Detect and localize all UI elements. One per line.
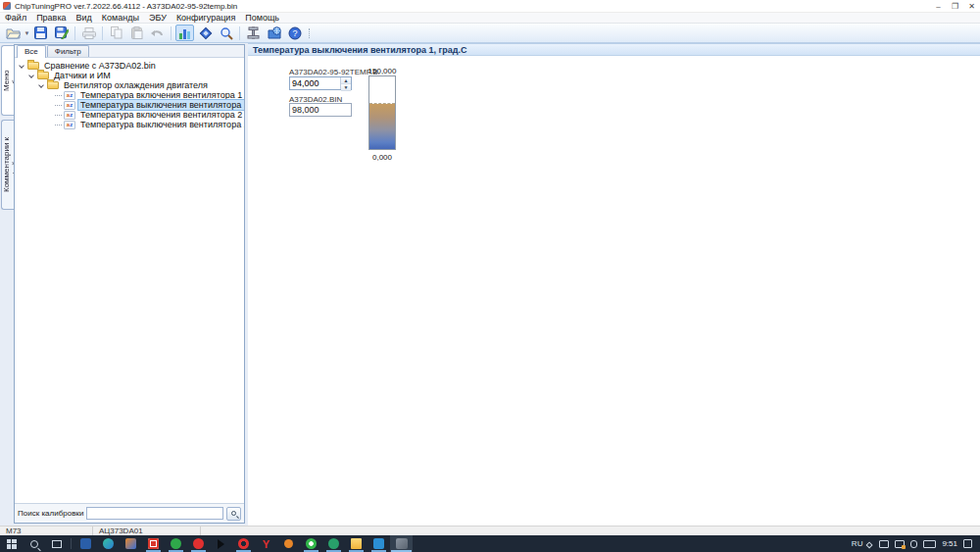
chart-view-icon[interactable]: [175, 25, 194, 41]
side-tab-strip: Меню калибровок Комментарии к файлу: [0, 43, 14, 526]
menu-configuration[interactable]: Конфигурация: [172, 13, 240, 24]
language-indicator[interactable]: RU: [852, 539, 863, 548]
tree-item-fan1-off[interactable]: az Температура выключения вентилятора 1: [15, 100, 244, 110]
menu-edit[interactable]: Правка: [31, 13, 71, 24]
chevron-down-icon[interactable]: [19, 63, 24, 69]
tree-connector: [55, 115, 62, 116]
tree-item-fan2-on[interactable]: az Температура включения вентилятора 2: [15, 110, 244, 120]
green-app-icon: [171, 538, 181, 549]
navigate-diamond-icon[interactable]: [196, 25, 215, 41]
green-circle-app-button[interactable]: [322, 535, 345, 552]
photos-app-icon: [125, 538, 136, 549]
folder-icon: [37, 72, 49, 79]
start-button[interactable]: [0, 535, 23, 552]
taskbar-search-button[interactable]: [23, 535, 45, 552]
tree-item-fan1-on[interactable]: az Температура включения вентилятора 1: [15, 90, 244, 100]
print-icon: [79, 25, 98, 41]
whatsapp-button[interactable]: [300, 535, 322, 552]
blue-app-button[interactable]: [368, 535, 390, 552]
action-center-icon[interactable]: [963, 539, 972, 548]
restore-button[interactable]: ❐: [947, 0, 963, 13]
help-icon[interactable]: ?: [285, 25, 304, 41]
menu-file[interactable]: Файл: [0, 13, 31, 24]
menu-help[interactable]: Помощь: [240, 13, 284, 24]
tree-item-fan-group[interactable]: Вентилятор охлаждения двигателя: [15, 80, 244, 90]
edge-icon: [103, 538, 114, 549]
opera-icon: [238, 538, 249, 549]
svg-text:?: ?: [292, 28, 297, 38]
side-tab-comments[interactable]: Комментарии к файлу: [1, 120, 14, 210]
play-icon: [218, 539, 224, 549]
orange-app-button[interactable]: [277, 535, 300, 552]
side-tab-calibrations[interactable]: Меню калибровок: [1, 45, 14, 116]
paste-icon: [127, 25, 146, 41]
chevron-down-icon[interactable]: [28, 73, 34, 78]
media-player-button[interactable]: [210, 535, 232, 552]
minimize-button[interactable]: –: [930, 0, 947, 13]
gauge-max-label: 150,000: [361, 67, 404, 75]
toolbar: ▼: [0, 24, 980, 43]
menu-commands[interactable]: Команды: [97, 13, 144, 24]
window-title: ChipTuningPRO ver.7.2022.66.4112 - A373D…: [15, 2, 237, 11]
display-icon[interactable]: [879, 540, 889, 548]
keyboard-icon[interactable]: [923, 540, 936, 548]
hidden-icons-chevron-icon[interactable]: [866, 541, 873, 548]
close-button[interactable]: ✕: [963, 0, 980, 13]
whatsapp-icon: [306, 538, 317, 549]
taskbar: Y RU 9:51: [0, 535, 980, 552]
workspace: Меню калибровок Комментарии к файлу Все …: [0, 43, 980, 526]
edit-value-input[interactable]: [290, 77, 340, 89]
photos-app-button[interactable]: [120, 535, 142, 552]
display-notification-icon[interactable]: [895, 540, 905, 548]
search-icon: [231, 511, 236, 516]
green-app-button[interactable]: [165, 535, 187, 552]
tools-icon[interactable]: [244, 25, 263, 41]
search-button[interactable]: [226, 507, 241, 521]
calibration-icon: az: [64, 101, 75, 110]
gauge-min-label: 0,000: [361, 153, 404, 162]
calibration-tree: Сравнение с A373DA02.bin Датчики и ИМ Ве…: [15, 58, 244, 503]
red-circle-app-button[interactable]: [187, 535, 210, 552]
parameter-header: Температура выключения вентилятора 1, гр…: [248, 44, 980, 56]
opera-browser-button[interactable]: [232, 535, 255, 552]
blue-app-icon: [373, 538, 384, 549]
menu-view[interactable]: Вид: [72, 13, 97, 24]
red-app-button[interactable]: [142, 535, 165, 552]
red-circle-app-icon: [193, 538, 204, 549]
task-view-icon: [52, 540, 62, 548]
chiptuningpro-taskbar-button[interactable]: [390, 535, 413, 552]
folder-icon: [47, 81, 59, 89]
gauge-empty-zone: [369, 76, 395, 104]
open-dropdown-caret[interactable]: ▼: [24, 25, 30, 41]
calibration-icon: az: [64, 121, 75, 129]
usb-device-icon[interactable]: [910, 540, 917, 548]
chevron-down-icon[interactable]: [38, 82, 44, 88]
status-bar: M73 АЦ373DA01: [0, 526, 980, 535]
undo-icon: [148, 25, 167, 41]
tree-connector: [55, 105, 62, 106]
edit-value-field: ▲ ▼: [289, 76, 352, 90]
file-explorer-button[interactable]: [345, 535, 368, 552]
mail-app-button[interactable]: [74, 535, 97, 552]
network-icon[interactable]: [265, 25, 283, 41]
clock[interactable]: 9:51: [942, 539, 957, 548]
spin-up-icon[interactable]: ▲: [341, 77, 351, 84]
title-bar: ChipTuningPRO ver.7.2022.66.4112 - A373D…: [0, 0, 980, 13]
menu-ecu[interactable]: ЭБУ: [144, 13, 172, 24]
edge-browser-button[interactable]: [97, 535, 120, 552]
task-view-button[interactable]: [45, 535, 68, 552]
spin-down-icon[interactable]: ▼: [341, 84, 351, 91]
tree-item-fan2-off[interactable]: az Температура выключения вентилятора 2: [15, 120, 244, 129]
open-file-icon[interactable]: [4, 25, 23, 41]
tab-all[interactable]: Все: [17, 45, 46, 58]
tab-filter[interactable]: Фильтр: [47, 45, 89, 57]
yandex-app-button[interactable]: Y: [255, 535, 277, 552]
save-as-icon[interactable]: [52, 25, 71, 41]
search-input[interactable]: [86, 507, 223, 520]
tree-item-comparison[interactable]: Сравнение с A373DA02.bin: [15, 61, 244, 71]
save-icon[interactable]: [31, 25, 50, 41]
app-icon: [3, 2, 11, 10]
menu-bar: Файл Правка Вид Команды ЭБУ Конфигурация…: [0, 13, 980, 24]
zoom-icon[interactable]: [217, 25, 235, 41]
search-label: Поиск калибровки: [18, 509, 83, 518]
